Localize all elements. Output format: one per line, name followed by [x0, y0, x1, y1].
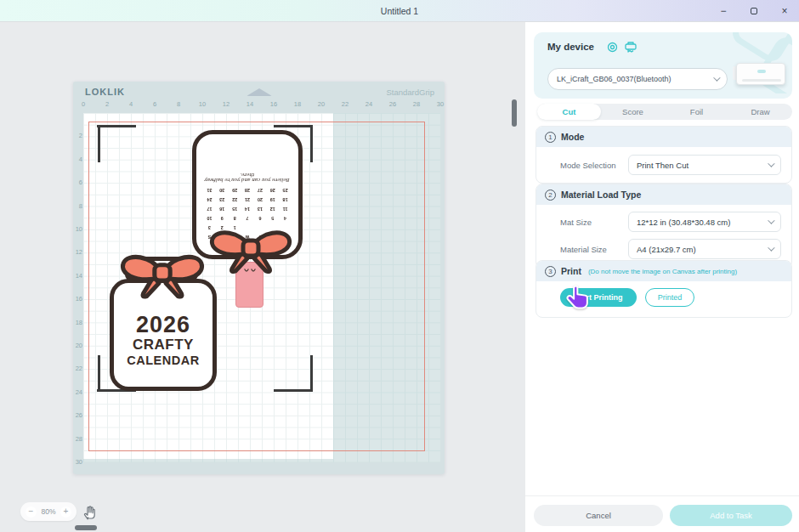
ruler-left-label: 8: [79, 202, 82, 210]
ruler-left-label: 18: [76, 319, 82, 326]
calendar-date-cell: 13: [253, 205, 266, 213]
ruler-left-label: 2: [79, 132, 82, 139]
registration-mark: [310, 355, 313, 392]
cutting-mat: LOKLIK StandardGrip 02468101214161820222…: [73, 82, 445, 474]
calendar-date-cell: 8: [229, 214, 241, 223]
calendar-date-cell: 9: [216, 214, 229, 223]
ruler-left-label: 28: [76, 435, 82, 443]
mode-selection-label: Mode Selection: [560, 161, 628, 170]
calendar-date-cell: 27: [253, 186, 266, 195]
jar-title-line2: CALENDAR: [127, 354, 199, 368]
ruler-left-label: 22: [76, 365, 82, 372]
gear-icon[interactable]: [607, 42, 618, 53]
section-mode-title: Mode: [561, 132, 584, 142]
ruler-top-label: 28: [413, 100, 420, 108]
zoom-out-button[interactable]: −: [26, 507, 37, 518]
calendar-date-cell: 30: [216, 186, 229, 195]
operation-tabs: Cut Score Foil Draw: [537, 104, 792, 120]
ruler-left-label: 12: [76, 248, 82, 256]
ruler-left-label: 6: [79, 178, 82, 186]
device-select-value: LK_iCraft_GB06_0037(Bluetooth): [557, 75, 713, 83]
mat-size-label: Mat Size: [560, 218, 628, 227]
paddle-bow-icon[interactable]: [207, 226, 295, 274]
ruler-top-label: 14: [246, 100, 253, 108]
calendar-date-cell: 10: [203, 214, 216, 223]
section-print-title: Print: [561, 266, 581, 276]
mat-brand-logo: LOKLIK: [85, 87, 125, 97]
ruler-top: 024681012141618202224262830: [83, 100, 440, 111]
close-button[interactable]: ×: [779, 0, 790, 22]
ruler-left-label: 14: [76, 272, 82, 280]
titlebar: Untitled 1 − ×: [0, 0, 799, 22]
vertical-scrollbar-thumb[interactable]: [512, 99, 517, 127]
calendar-date-cell: 21: [241, 195, 254, 204]
calendar-date-cell: 24: [203, 195, 216, 204]
ruler-top-label: 12: [223, 100, 230, 108]
calendar-date-cell: 15: [229, 205, 241, 213]
ruler-left-label: 26: [76, 411, 82, 419]
ruler-left-label: 20: [76, 342, 82, 349]
jar-year-text: 2026: [136, 314, 190, 337]
tab-draw[interactable]: Draw: [728, 104, 792, 120]
registration-mark: [98, 126, 100, 162]
horizontal-scrollbar-thumb[interactable]: [75, 525, 97, 530]
cancel-button[interactable]: Cancel: [534, 505, 663, 526]
chevron-down-icon: [768, 217, 774, 224]
ruler-top-label: 4: [129, 100, 133, 108]
calendar-date-cell: 31: [203, 186, 216, 195]
settings-panel: My device LK_iCraft_GB06_0037(Bluetooth): [525, 22, 799, 532]
calendar-date-cell: 20: [253, 195, 266, 204]
section-material-title: Material Load Type: [561, 190, 641, 200]
calendar-date-cell: 17: [203, 205, 216, 213]
printed-button[interactable]: Printed: [645, 288, 694, 307]
material-size-select[interactable]: A4 (21x29.7 cm): [628, 239, 781, 259]
tab-score[interactable]: Score: [601, 104, 665, 120]
section-material: 2 Material Load Type Mat Size 12*12 in (…: [536, 184, 792, 269]
ruler-top-label: 24: [366, 100, 372, 108]
jar-title-line1: CRAFTY: [133, 337, 194, 354]
step-number: 2: [545, 190, 556, 201]
calendar-date-cell: 26: [266, 186, 279, 195]
ruler-top-label: 30: [437, 100, 444, 108]
calendar-date-cell: 4: [279, 214, 292, 223]
ruler-left-label: 4: [79, 156, 82, 163]
ruler-top-label: 26: [389, 100, 396, 108]
registration-mark: [98, 355, 100, 392]
ruler-top-label: 6: [153, 100, 156, 108]
tab-foil[interactable]: Foil: [665, 104, 728, 120]
pan-hand-icon[interactable]: [82, 504, 99, 521]
device-title: My device: [547, 42, 594, 52]
calendar-date-cell: 25: [279, 186, 292, 195]
ruler-left-label: 30: [76, 458, 82, 466]
registration-mark: [274, 125, 313, 127]
mode-selection-row: Mode Selection Print Then Cut: [536, 147, 791, 183]
window-controls: − ×: [717, 0, 794, 22]
registration-mark: [97, 125, 136, 127]
mode-selection-select[interactable]: Print Then Cut: [628, 155, 781, 175]
ruler-top-label: 8: [177, 100, 180, 108]
zoom-control: − 80% +: [20, 502, 76, 521]
printer-icon[interactable]: [625, 42, 638, 53]
tab-cut[interactable]: Cut: [537, 104, 601, 120]
calendar-date-cell: 18: [279, 195, 292, 204]
mat-collapse-arrow-icon[interactable]: [246, 88, 272, 96]
mat-grip-label: StandardGrip: [386, 88, 434, 97]
material-size-row: Material Size A4 (21x29.7 cm): [536, 235, 791, 263]
ruler-top-label: 2: [105, 100, 109, 108]
registration-mark: [310, 126, 313, 162]
zoom-in-button[interactable]: +: [60, 507, 71, 518]
device-select[interactable]: LK_iCraft_GB06_0037(Bluetooth): [547, 68, 728, 90]
calendar-date-cell: 22: [229, 195, 241, 204]
mode-selection-value: Print Then Cut: [637, 161, 768, 170]
add-to-task-button[interactable]: Add to Task: [670, 505, 792, 526]
mat-size-select[interactable]: 12*12 in (30.48*30.48 cm): [628, 212, 781, 232]
registration-mark: [274, 389, 313, 392]
ruler-top-label: 22: [342, 100, 348, 108]
mat-size-row: Mat Size 12*12 in (30.48*30.48 cm): [536, 208, 791, 235]
print-warning-note: (Do not move the image on Canvas after p…: [588, 268, 737, 275]
jar-bow-icon[interactable]: [117, 250, 207, 299]
maximize-button[interactable]: [748, 0, 760, 22]
app-window: Untitled 1 − × LOKLIK StandardGrip 02468…: [0, 0, 799, 532]
device-card: My device LK_iCraft_GB06_0037(Bluetooth): [534, 32, 792, 99]
minimize-button[interactable]: −: [717, 0, 729, 22]
